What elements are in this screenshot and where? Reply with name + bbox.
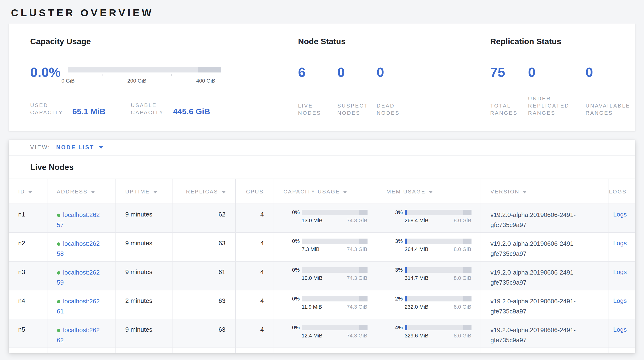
- sort-desc-icon: [429, 191, 433, 193]
- total-ranges-value: 75: [490, 65, 528, 80]
- node-replicas: 61: [172, 261, 235, 290]
- usable-capacity-stat: USABLE CAPACITY 445.6 GiB: [131, 102, 210, 116]
- capacity-usage-meter: 0% 13.0 MiB74.3 GiB: [274, 204, 376, 233]
- node-address-link[interactable]: localhost:26262: [57, 326, 100, 344]
- node-id: n1: [8, 204, 47, 233]
- axis-tick-label: 400 GiB: [196, 78, 216, 84]
- view-dropdown[interactable]: NODE LIST: [56, 144, 104, 150]
- node-address-link[interactable]: localhost:26257: [57, 211, 100, 229]
- node-version: v19.2.0-alpha.20190606-2491-gfe735c9a97: [480, 233, 608, 261]
- summary-card: Capacity Usage 0.0% 0 GiB 200 GiB 400 Gi…: [8, 24, 636, 131]
- sort-desc-icon: [153, 191, 157, 193]
- stat-unavailable-ranges: 0 UNAVAILABLE RANGES: [586, 65, 616, 117]
- suspect-nodes-label: SUSPECT NODES: [337, 102, 368, 117]
- sort-desc-icon: [222, 191, 226, 193]
- node-status-title: Node Status: [298, 36, 490, 48]
- live-status-dot: [57, 242, 60, 246]
- node-uptime: 2 minutes: [116, 290, 172, 319]
- node-id: n4: [8, 290, 47, 319]
- column-header-replicas[interactable]: REPLICAS: [172, 179, 235, 204]
- dead-nodes-label: DEAD NODES: [376, 102, 407, 117]
- logs-link[interactable]: Logs: [613, 240, 627, 247]
- capacity-bar-track: [302, 267, 367, 273]
- node-address-link[interactable]: localhost:26259: [57, 269, 100, 286]
- live-status-dot: [57, 300, 60, 303]
- live-status-dot: [57, 329, 60, 332]
- capacity-bar-cap-segment: [360, 325, 367, 330]
- page: CLUSTER OVERVIEW Capacity Usage 0.0% 0 G…: [0, 0, 644, 360]
- node-status-section: Node Status 6 LIVE NODES 0 SUSPECT NODES…: [298, 36, 490, 131]
- node-cpus: 4: [235, 290, 274, 319]
- mem-bar-cap-segment: [463, 325, 471, 330]
- node-version: v19.2.0-alpha.20190606-2491-gfe735c9a97: [480, 261, 608, 290]
- mem-bar-cap-segment: [463, 267, 471, 273]
- node-replicas: 63: [172, 233, 235, 261]
- node-cpus: 4: [235, 261, 274, 290]
- node-cpus: 4: [235, 319, 274, 348]
- capacity-bar-track: [302, 210, 367, 215]
- column-header-mem-usage[interactable]: MEM USAGE: [376, 179, 480, 204]
- mem-bar-track: [405, 239, 471, 244]
- axis-tick: [102, 74, 103, 76]
- capacity-axis-bar: 0 GiB 200 GiB 400 GiB: [68, 67, 222, 73]
- column-header-address[interactable]: ADDRESS: [47, 179, 116, 204]
- stat-live-nodes: 6 LIVE NODES: [298, 65, 337, 117]
- capacity-bar-cap-segment: [360, 239, 367, 244]
- sort-desc-icon: [343, 191, 347, 193]
- stat-dead-nodes: 0 DEAD NODES: [376, 65, 407, 117]
- table-header-row: ID ADDRESS UPTIME REPLICAS CPUS CAPACITY…: [8, 179, 636, 204]
- node-replicas: 62: [172, 204, 235, 233]
- table-row: n3 localhost:26259 9 minutes 61 4 0% 10.…: [8, 261, 636, 290]
- chevron-down-icon: [98, 146, 103, 149]
- capacity-bar-track: [302, 325, 367, 330]
- column-header-id[interactable]: ID: [8, 179, 47, 204]
- capacity-bar-cap-segment: [360, 267, 367, 273]
- table-row: n4 localhost:26261 2 minutes 63 4 0% 11.…: [8, 290, 636, 319]
- live-nodes-card: VIEW: NODE LIST Live Nodes ID ADDRESS UP…: [8, 140, 636, 353]
- column-header-cpus: CPUS: [235, 179, 274, 204]
- node-replicas: 63: [172, 319, 235, 348]
- capacity-bar-track: [302, 239, 367, 244]
- mem-bar-fill: [405, 325, 407, 330]
- capacity-bar-cap-segment: [360, 210, 367, 215]
- table-row-partial: [8, 348, 636, 353]
- logs-link[interactable]: Logs: [613, 211, 627, 218]
- under-replicated-ranges-label: UNDER-REPLICATED RANGES: [528, 95, 559, 117]
- node-address-link[interactable]: localhost:26258: [57, 240, 100, 257]
- node-version: v19.2.0-alpha.20190606-2491-gfe735c9a97: [480, 319, 608, 348]
- stat-under-replicated-ranges: 0 UNDER-REPLICATED RANGES: [528, 65, 586, 117]
- axis-tick-label: 200 GiB: [128, 78, 146, 84]
- live-nodes-title: Live Nodes: [8, 155, 636, 178]
- view-dropdown-value: NODE LIST: [56, 144, 94, 150]
- sort-desc-icon: [91, 191, 95, 193]
- mem-usage-meter: 3% 264.4 MiB8.0 GiB: [376, 233, 480, 261]
- mem-bar-track: [405, 267, 471, 273]
- capacity-usage-title: Capacity Usage: [30, 36, 298, 48]
- node-uptime: 9 minutes: [116, 204, 172, 233]
- node-cpus: 4: [235, 204, 274, 233]
- used-capacity-stat: USED CAPACITY 65.1 MiB: [30, 102, 106, 116]
- live-nodes-table: ID ADDRESS UPTIME REPLICAS CPUS CAPACITY…: [8, 178, 636, 353]
- node-address-link[interactable]: localhost:26261: [57, 298, 100, 315]
- axis-tick: [171, 74, 172, 76]
- logs-link[interactable]: Logs: [613, 297, 627, 304]
- live-nodes-value: 6: [298, 65, 337, 80]
- node-version: v19.2.0-alpha.20190606-2491-gfe735c9a97: [480, 290, 608, 319]
- node-id: n5: [8, 319, 47, 348]
- sort-desc-icon: [523, 191, 526, 193]
- view-label: VIEW:: [30, 144, 50, 150]
- column-header-uptime[interactable]: UPTIME: [116, 179, 172, 204]
- column-header-logs: LOGS: [608, 179, 636, 204]
- column-header-version[interactable]: VERSION: [480, 179, 608, 204]
- stat-suspect-nodes: 0 SUSPECT NODES: [337, 65, 376, 117]
- logs-link[interactable]: Logs: [613, 268, 627, 276]
- capacity-bar-track: [302, 296, 367, 301]
- mem-bar-fill: [405, 296, 406, 301]
- mem-bar-fill: [405, 239, 406, 244]
- capacity-usage-meter: 0% 11.9 MiB74.3 GiB: [274, 290, 376, 319]
- logs-link[interactable]: Logs: [613, 326, 627, 333]
- mem-bar-cap-segment: [463, 210, 471, 215]
- replication-status-section: Replication Status 75 TOTAL RANGES 0 UND…: [490, 36, 636, 131]
- node-id: n2: [8, 233, 47, 261]
- column-header-capacity-usage[interactable]: CAPACITY USAGE: [274, 179, 376, 204]
